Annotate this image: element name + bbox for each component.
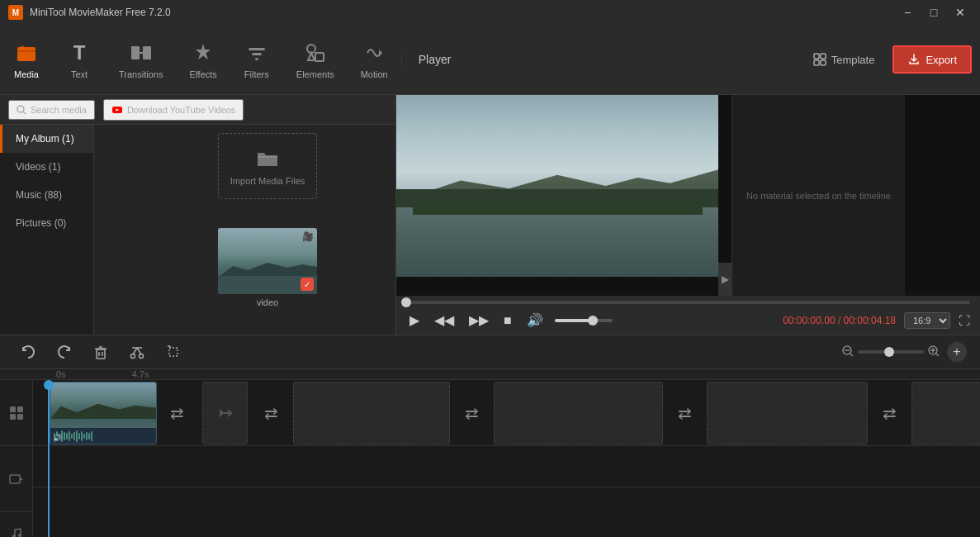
playhead[interactable] bbox=[48, 380, 50, 537]
download-youtube-label: Download YouTube Videos bbox=[127, 105, 236, 115]
titlebar-left: M MiniTool MovieMaker Free 7.2.0 bbox=[8, 5, 171, 20]
motion-icon bbox=[361, 40, 387, 66]
music-track bbox=[33, 446, 980, 487]
volume-slider[interactable] bbox=[555, 319, 613, 322]
media-panel: Search media Download YouTube Videos My … bbox=[0, 95, 396, 335]
edit-toolbar-right: + bbox=[841, 342, 967, 362]
toolbar-item-motion[interactable]: Motion bbox=[348, 33, 401, 86]
undo-button[interactable] bbox=[13, 340, 43, 364]
add-timeline-button[interactable]: + bbox=[947, 342, 967, 362]
svg-point-23 bbox=[140, 354, 144, 359]
video-preview bbox=[396, 95, 718, 277]
import-media-wrap: Import Media Files bbox=[218, 133, 317, 218]
youtube-icon bbox=[111, 104, 123, 116]
fullscreen-button[interactable]: ⛶ bbox=[959, 314, 970, 327]
wave-bar bbox=[73, 432, 75, 440]
timeline: 0s 4.7s bbox=[0, 369, 980, 537]
sidebar-item-my-album[interactable]: My Album (1) bbox=[0, 125, 93, 153]
sidebar-item-videos[interactable]: Videos (1) bbox=[0, 153, 93, 181]
toolbar-transitions-label: Transitions bbox=[119, 69, 163, 79]
track-grid-icon bbox=[0, 380, 32, 446]
volume-button[interactable]: 🔊 bbox=[523, 311, 547, 330]
toolbar-item-elements[interactable]: Elements bbox=[283, 33, 348, 86]
video-clip-1[interactable]: 🔊 bbox=[50, 382, 157, 444]
import-media-label: Import Media Files bbox=[230, 176, 305, 186]
cut-button[interactable] bbox=[122, 340, 152, 364]
player-controls: ▶ ◀◀ ▶▶ ■ 🔊 00:00:00.00 / 00:00:04.18 16… bbox=[396, 296, 980, 335]
my-album-label: My Album (1) bbox=[16, 133, 74, 145]
volume-thumb[interactable] bbox=[588, 316, 598, 326]
export-button[interactable]: Export bbox=[892, 45, 972, 74]
template-button[interactable]: Template bbox=[802, 48, 887, 71]
aspect-ratio-select[interactable]: 16:9 9:16 1:1 4:3 bbox=[904, 312, 950, 329]
clip-thumbnail bbox=[50, 383, 156, 428]
zoom-out-icon[interactable] bbox=[841, 345, 855, 360]
zoom-slider[interactable] bbox=[858, 350, 924, 354]
svg-rect-1 bbox=[17, 50, 36, 52]
import-media-box[interactable]: Import Media Files bbox=[218, 133, 317, 199]
sidebar-item-pictures[interactable]: Pictures (0) bbox=[0, 209, 93, 237]
video-media-item[interactable]: 🎥 ✓ bbox=[218, 228, 317, 294]
toolbar-item-filters[interactable]: Filters bbox=[230, 33, 283, 86]
stop-button[interactable]: ■ bbox=[500, 311, 515, 330]
toolbar-item-effects[interactable]: Effects bbox=[176, 33, 230, 86]
folder-icon bbox=[255, 146, 280, 171]
toolbar-item-text[interactable]: T Text bbox=[53, 33, 106, 86]
sidebar-item-music[interactable]: Music (88) bbox=[0, 181, 93, 209]
svg-rect-40 bbox=[17, 414, 23, 420]
video-water bbox=[396, 207, 718, 277]
step-back-button[interactable]: ◀◀ bbox=[431, 311, 457, 330]
cut-icon bbox=[129, 344, 145, 360]
redo-button[interactable] bbox=[50, 340, 79, 364]
toolbar-text-label: Text bbox=[71, 69, 88, 79]
svg-rect-38 bbox=[17, 406, 23, 412]
wave-bar bbox=[66, 433, 68, 440]
undo-icon bbox=[20, 344, 36, 360]
toolbar-media-label: Media bbox=[14, 69, 39, 79]
media-sidebar: My Album (1) Videos (1) Music (88) Pictu… bbox=[0, 125, 94, 335]
transition-arrow-4[interactable]: ⇄ bbox=[671, 382, 698, 444]
step-forward-button[interactable]: ▶▶ bbox=[466, 311, 492, 330]
svg-rect-12 bbox=[821, 54, 826, 59]
wave-bar bbox=[81, 431, 83, 441]
video-selected-badge: ✓ bbox=[301, 278, 314, 291]
transition-slot-2[interactable] bbox=[293, 382, 450, 444]
export-icon bbox=[907, 53, 921, 66]
crop-button[interactable] bbox=[159, 340, 188, 364]
no-material-text: No material selected on the timeline bbox=[746, 191, 891, 201]
svg-rect-6 bbox=[252, 53, 262, 55]
wave-bar bbox=[71, 434, 73, 439]
playback-progress-bar[interactable] bbox=[406, 301, 970, 304]
transition-slot-5[interactable] bbox=[911, 382, 980, 444]
close-button[interactable]: ✕ bbox=[949, 4, 972, 21]
transition-arrow-3[interactable]: ⇄ bbox=[458, 382, 485, 444]
search-media-label: Search media bbox=[31, 105, 87, 115]
svg-rect-9 bbox=[315, 53, 324, 61]
svg-rect-7 bbox=[255, 58, 258, 60]
transition-arrow-1[interactable]: ⇄ bbox=[163, 382, 190, 444]
maximize-button[interactable]: □ bbox=[922, 4, 945, 21]
play-button[interactable]: ▶ bbox=[406, 311, 423, 330]
progress-thumb[interactable] bbox=[401, 297, 411, 307]
toolbar-item-transitions[interactable]: Transitions bbox=[106, 33, 176, 86]
transition-slot-1[interactable] bbox=[202, 382, 248, 444]
expand-arrow[interactable]: ▶ bbox=[718, 263, 731, 296]
minimize-button[interactable]: − bbox=[896, 4, 919, 21]
wave-bar bbox=[76, 430, 78, 442]
timeline-tracks: 🔊 ⇄ ⇄ ⇄ ⇄ ⇄ bbox=[33, 380, 980, 537]
time-display: 00:00:00.00 / 00:00:04.18 bbox=[783, 315, 896, 326]
wave-bar bbox=[91, 431, 92, 441]
player-info-panel: No material selected on the timeline bbox=[731, 95, 905, 296]
transition-slot-4[interactable] bbox=[707, 382, 868, 444]
toolbar-item-media[interactable]: Media bbox=[0, 33, 53, 86]
text-icon: T bbox=[66, 40, 92, 66]
delete-button[interactable] bbox=[86, 340, 116, 364]
video-track: 🔊 ⇄ ⇄ ⇄ ⇄ ⇄ bbox=[33, 380, 980, 446]
transition-arrow-2[interactable]: ⇄ bbox=[258, 382, 284, 444]
download-youtube-button[interactable]: Download YouTube Videos bbox=[103, 99, 244, 121]
svg-marker-42 bbox=[20, 478, 23, 481]
zoom-in-icon[interactable] bbox=[927, 345, 940, 360]
transition-slot-3[interactable] bbox=[494, 382, 663, 444]
search-media-button[interactable]: Search media bbox=[8, 100, 95, 120]
transition-arrow-5[interactable]: ⇄ bbox=[876, 382, 902, 444]
